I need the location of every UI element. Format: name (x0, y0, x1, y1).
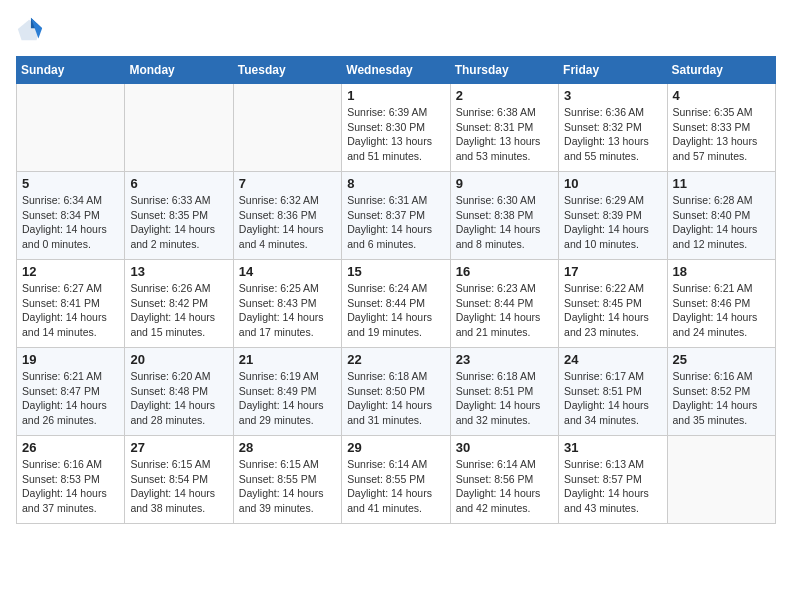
weekday-header: Saturday (667, 57, 775, 84)
day-number: 22 (347, 352, 444, 367)
calendar-day-cell: 16 Sunrise: 6:23 AMSunset: 8:44 PMDaylig… (450, 260, 558, 348)
calendar-day-cell: 6 Sunrise: 6:33 AMSunset: 8:35 PMDayligh… (125, 172, 233, 260)
calendar-week-row: 5 Sunrise: 6:34 AMSunset: 8:34 PMDayligh… (17, 172, 776, 260)
weekday-header: Wednesday (342, 57, 450, 84)
day-number: 21 (239, 352, 336, 367)
day-info: Sunrise: 6:36 AMSunset: 8:32 PMDaylight:… (564, 105, 661, 164)
day-info: Sunrise: 6:16 AMSunset: 8:52 PMDaylight:… (673, 369, 770, 428)
day-info: Sunrise: 6:32 AMSunset: 8:36 PMDaylight:… (239, 193, 336, 252)
day-number: 27 (130, 440, 227, 455)
day-info: Sunrise: 6:17 AMSunset: 8:51 PMDaylight:… (564, 369, 661, 428)
day-number: 31 (564, 440, 661, 455)
calendar-week-row: 26 Sunrise: 6:16 AMSunset: 8:53 PMDaylig… (17, 436, 776, 524)
day-number: 1 (347, 88, 444, 103)
day-number: 13 (130, 264, 227, 279)
day-info: Sunrise: 6:23 AMSunset: 8:44 PMDaylight:… (456, 281, 553, 340)
page-header (16, 16, 776, 44)
calendar-day-cell: 10 Sunrise: 6:29 AMSunset: 8:39 PMDaylig… (559, 172, 667, 260)
calendar-day-cell: 27 Sunrise: 6:15 AMSunset: 8:54 PMDaylig… (125, 436, 233, 524)
day-number: 20 (130, 352, 227, 367)
calendar-day-cell: 31 Sunrise: 6:13 AMSunset: 8:57 PMDaylig… (559, 436, 667, 524)
calendar-day-cell: 2 Sunrise: 6:38 AMSunset: 8:31 PMDayligh… (450, 84, 558, 172)
day-number: 17 (564, 264, 661, 279)
calendar-day-cell: 25 Sunrise: 6:16 AMSunset: 8:52 PMDaylig… (667, 348, 775, 436)
day-info: Sunrise: 6:35 AMSunset: 8:33 PMDaylight:… (673, 105, 770, 164)
day-number: 14 (239, 264, 336, 279)
day-number: 23 (456, 352, 553, 367)
calendar-day-cell: 29 Sunrise: 6:14 AMSunset: 8:55 PMDaylig… (342, 436, 450, 524)
day-info: Sunrise: 6:31 AMSunset: 8:37 PMDaylight:… (347, 193, 444, 252)
logo-icon (16, 16, 44, 44)
calendar-day-cell: 28 Sunrise: 6:15 AMSunset: 8:55 PMDaylig… (233, 436, 341, 524)
calendar-day-cell: 4 Sunrise: 6:35 AMSunset: 8:33 PMDayligh… (667, 84, 775, 172)
day-info: Sunrise: 6:19 AMSunset: 8:49 PMDaylight:… (239, 369, 336, 428)
day-number: 19 (22, 352, 119, 367)
day-number: 9 (456, 176, 553, 191)
weekday-header: Thursday (450, 57, 558, 84)
weekday-header: Monday (125, 57, 233, 84)
day-number: 7 (239, 176, 336, 191)
day-number: 24 (564, 352, 661, 367)
calendar-week-row: 19 Sunrise: 6:21 AMSunset: 8:47 PMDaylig… (17, 348, 776, 436)
calendar-day-cell: 3 Sunrise: 6:36 AMSunset: 8:32 PMDayligh… (559, 84, 667, 172)
day-number: 26 (22, 440, 119, 455)
day-number: 11 (673, 176, 770, 191)
day-number: 18 (673, 264, 770, 279)
day-number: 8 (347, 176, 444, 191)
calendar-day-cell: 18 Sunrise: 6:21 AMSunset: 8:46 PMDaylig… (667, 260, 775, 348)
day-info: Sunrise: 6:28 AMSunset: 8:40 PMDaylight:… (673, 193, 770, 252)
day-number: 4 (673, 88, 770, 103)
weekday-header: Tuesday (233, 57, 341, 84)
calendar-day-cell (233, 84, 341, 172)
day-info: Sunrise: 6:38 AMSunset: 8:31 PMDaylight:… (456, 105, 553, 164)
weekday-header: Sunday (17, 57, 125, 84)
calendar-day-cell: 11 Sunrise: 6:28 AMSunset: 8:40 PMDaylig… (667, 172, 775, 260)
day-info: Sunrise: 6:18 AMSunset: 8:50 PMDaylight:… (347, 369, 444, 428)
calendar-week-row: 1 Sunrise: 6:39 AMSunset: 8:30 PMDayligh… (17, 84, 776, 172)
day-info: Sunrise: 6:14 AMSunset: 8:56 PMDaylight:… (456, 457, 553, 516)
day-number: 25 (673, 352, 770, 367)
day-info: Sunrise: 6:16 AMSunset: 8:53 PMDaylight:… (22, 457, 119, 516)
calendar-day-cell: 9 Sunrise: 6:30 AMSunset: 8:38 PMDayligh… (450, 172, 558, 260)
calendar-day-cell: 24 Sunrise: 6:17 AMSunset: 8:51 PMDaylig… (559, 348, 667, 436)
day-info: Sunrise: 6:20 AMSunset: 8:48 PMDaylight:… (130, 369, 227, 428)
calendar-day-cell (667, 436, 775, 524)
calendar-day-cell: 8 Sunrise: 6:31 AMSunset: 8:37 PMDayligh… (342, 172, 450, 260)
day-number: 16 (456, 264, 553, 279)
calendar-day-cell: 19 Sunrise: 6:21 AMSunset: 8:47 PMDaylig… (17, 348, 125, 436)
day-info: Sunrise: 6:18 AMSunset: 8:51 PMDaylight:… (456, 369, 553, 428)
calendar-day-cell: 22 Sunrise: 6:18 AMSunset: 8:50 PMDaylig… (342, 348, 450, 436)
calendar-day-cell (125, 84, 233, 172)
calendar-day-cell: 17 Sunrise: 6:22 AMSunset: 8:45 PMDaylig… (559, 260, 667, 348)
calendar-day-cell: 15 Sunrise: 6:24 AMSunset: 8:44 PMDaylig… (342, 260, 450, 348)
day-number: 5 (22, 176, 119, 191)
day-info: Sunrise: 6:21 AMSunset: 8:47 PMDaylight:… (22, 369, 119, 428)
day-number: 28 (239, 440, 336, 455)
day-info: Sunrise: 6:34 AMSunset: 8:34 PMDaylight:… (22, 193, 119, 252)
day-info: Sunrise: 6:33 AMSunset: 8:35 PMDaylight:… (130, 193, 227, 252)
calendar-day-cell: 30 Sunrise: 6:14 AMSunset: 8:56 PMDaylig… (450, 436, 558, 524)
calendar-day-cell: 26 Sunrise: 6:16 AMSunset: 8:53 PMDaylig… (17, 436, 125, 524)
calendar-day-cell: 1 Sunrise: 6:39 AMSunset: 8:30 PMDayligh… (342, 84, 450, 172)
day-info: Sunrise: 6:27 AMSunset: 8:41 PMDaylight:… (22, 281, 119, 340)
calendar-day-cell: 5 Sunrise: 6:34 AMSunset: 8:34 PMDayligh… (17, 172, 125, 260)
calendar-day-cell (17, 84, 125, 172)
day-number: 10 (564, 176, 661, 191)
day-info: Sunrise: 6:21 AMSunset: 8:46 PMDaylight:… (673, 281, 770, 340)
calendar-week-row: 12 Sunrise: 6:27 AMSunset: 8:41 PMDaylig… (17, 260, 776, 348)
day-info: Sunrise: 6:15 AMSunset: 8:54 PMDaylight:… (130, 457, 227, 516)
calendar-day-cell: 23 Sunrise: 6:18 AMSunset: 8:51 PMDaylig… (450, 348, 558, 436)
weekday-header: Friday (559, 57, 667, 84)
day-info: Sunrise: 6:22 AMSunset: 8:45 PMDaylight:… (564, 281, 661, 340)
day-info: Sunrise: 6:26 AMSunset: 8:42 PMDaylight:… (130, 281, 227, 340)
calendar-day-cell: 7 Sunrise: 6:32 AMSunset: 8:36 PMDayligh… (233, 172, 341, 260)
calendar-header-row: SundayMondayTuesdayWednesdayThursdayFrid… (17, 57, 776, 84)
calendar-day-cell: 21 Sunrise: 6:19 AMSunset: 8:49 PMDaylig… (233, 348, 341, 436)
day-number: 3 (564, 88, 661, 103)
calendar-day-cell: 12 Sunrise: 6:27 AMSunset: 8:41 PMDaylig… (17, 260, 125, 348)
day-number: 6 (130, 176, 227, 191)
calendar-table: SundayMondayTuesdayWednesdayThursdayFrid… (16, 56, 776, 524)
day-info: Sunrise: 6:14 AMSunset: 8:55 PMDaylight:… (347, 457, 444, 516)
day-info: Sunrise: 6:29 AMSunset: 8:39 PMDaylight:… (564, 193, 661, 252)
day-number: 2 (456, 88, 553, 103)
